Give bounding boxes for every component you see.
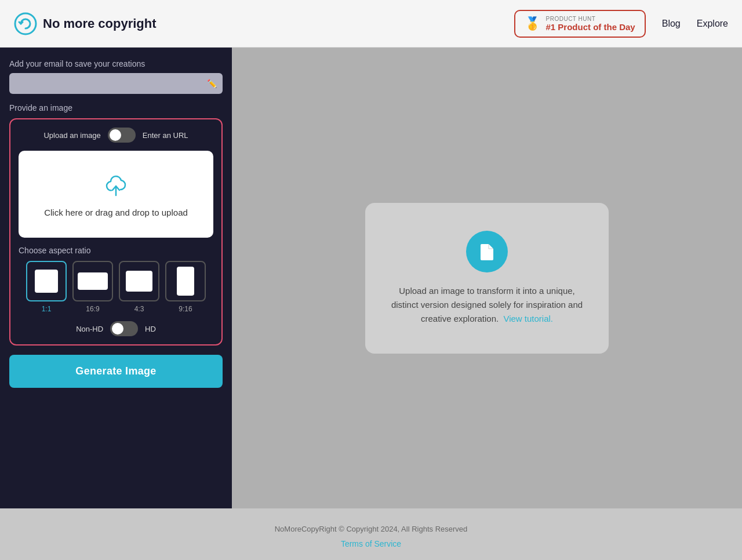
aspect-inner-9-16 bbox=[177, 267, 194, 296]
hd-row: Non-HD HD bbox=[19, 321, 213, 336]
aspect-box-9-16 bbox=[165, 261, 206, 301]
aspect-option-9-16[interactable]: 9:16 bbox=[165, 261, 206, 313]
upload-text: Click here or drag and drop to upload bbox=[44, 208, 188, 217]
document-icon bbox=[477, 242, 497, 261]
aspect-option-16-9[interactable]: 16:9 bbox=[72, 261, 113, 313]
provide-label: Provide an image bbox=[9, 103, 223, 112]
generate-button[interactable]: Generate Image bbox=[9, 355, 223, 388]
hd-toggle[interactable] bbox=[110, 321, 138, 336]
mode-toggle[interactable] bbox=[108, 128, 136, 143]
non-hd-label: Non-HD bbox=[76, 325, 103, 333]
main-area: Upload an image to transform it into a u… bbox=[232, 48, 742, 508]
footer: NoMoreCopyRight © Copyright 2024, All Ri… bbox=[0, 508, 742, 560]
email-input[interactable] bbox=[9, 73, 223, 94]
aspect-box-4-3 bbox=[119, 261, 159, 301]
logo-area: No more copyright bbox=[14, 12, 514, 35]
ph-text: PRODUCT HUNT #1 Product of the Day bbox=[546, 16, 635, 32]
placeholder-icon-circle bbox=[466, 231, 508, 272]
aspect-option-4-3[interactable]: 4:3 bbox=[119, 261, 159, 313]
logo-icon bbox=[14, 12, 37, 35]
aspect-inner-16-9 bbox=[78, 272, 108, 290]
footer-copyright: NoMoreCopyRight © Copyright 2024, All Ri… bbox=[9, 525, 733, 533]
aspect-inner-4-3 bbox=[126, 271, 152, 292]
footer-tos-link[interactable]: Terms of Service bbox=[9, 539, 733, 548]
upload-toggle-label: Upload an image bbox=[43, 131, 100, 140]
ph-label: PRODUCT HUNT bbox=[546, 16, 635, 22]
aspect-inner-1-1 bbox=[35, 270, 58, 293]
main-content: Add your email to save your creations ✏️… bbox=[0, 48, 742, 508]
aspect-box-1-1 bbox=[26, 261, 67, 301]
aspect-label-9-16: 9:16 bbox=[179, 305, 192, 313]
url-toggle-label: Enter an URL bbox=[143, 131, 188, 140]
aspect-label-16-9: 16:9 bbox=[86, 305, 99, 313]
aspect-section: Choose aspect ratio 1:1 16 bbox=[19, 246, 213, 313]
aspect-option-1-1[interactable]: 1:1 bbox=[26, 261, 67, 313]
email-input-wrap: ✏️ bbox=[9, 73, 223, 94]
placeholder-card: Upload an image to transform it into a u… bbox=[365, 203, 609, 354]
view-tutorial-link[interactable]: View tutorial. bbox=[503, 314, 553, 323]
edit-icon: ✏️ bbox=[207, 79, 217, 88]
email-section: Add your email to save your creations ✏️ bbox=[9, 59, 223, 94]
aspect-label-1-1: 1:1 bbox=[42, 305, 52, 313]
placeholder-text: Upload an image to transform it into a u… bbox=[388, 284, 585, 326]
aspect-options: 1:1 16:9 4:3 bbox=[19, 261, 213, 313]
aspect-label-4-3: 4:3 bbox=[134, 305, 144, 313]
ph-title: #1 Product of the Day bbox=[546, 22, 635, 32]
aspect-label: Choose aspect ratio bbox=[19, 246, 213, 255]
product-hunt-badge[interactable]: 🥇 PRODUCT HUNT #1 Product of the Day bbox=[514, 10, 646, 38]
nav-blog[interactable]: Blog bbox=[662, 19, 681, 29]
sidebar: Add your email to save your creations ✏️… bbox=[0, 48, 232, 508]
upload-cloud-icon bbox=[102, 171, 130, 201]
header-right: 🥇 PRODUCT HUNT #1 Product of the Day Blo… bbox=[514, 10, 728, 38]
provide-section: Provide an image Upload an image Enter a… bbox=[9, 103, 223, 346]
image-panel: Upload an image Enter an URL bbox=[9, 118, 223, 346]
toggle-row: Upload an image Enter an URL bbox=[19, 128, 213, 143]
svg-point-0 bbox=[15, 13, 36, 34]
hd-label: HD bbox=[145, 325, 156, 333]
header: No more copyright 🥇 PRODUCT HUNT #1 Prod… bbox=[0, 0, 742, 48]
medal-icon: 🥇 bbox=[525, 16, 540, 31]
email-label: Add your email to save your creations bbox=[9, 59, 223, 68]
aspect-box-16-9 bbox=[72, 261, 113, 301]
nav-explore[interactable]: Explore bbox=[697, 19, 728, 29]
upload-box[interactable]: Click here or drag and drop to upload bbox=[19, 151, 213, 238]
logo-text: No more copyright bbox=[43, 16, 157, 31]
